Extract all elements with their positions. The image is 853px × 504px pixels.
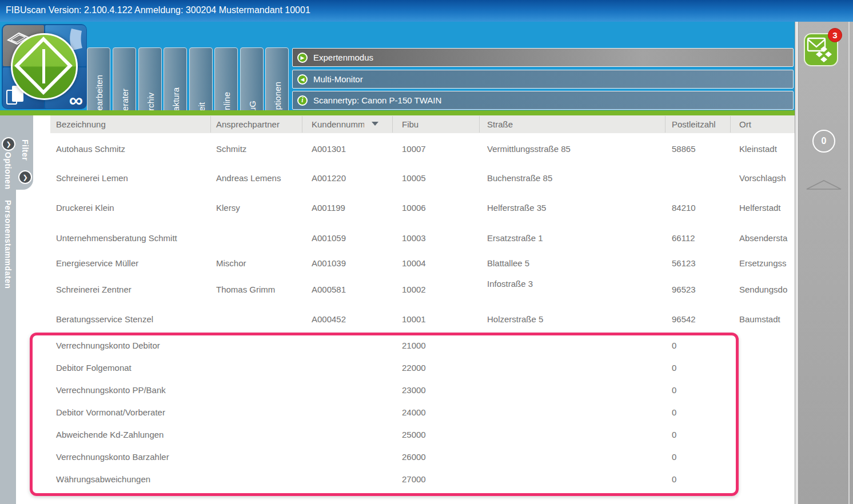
info-icon: i xyxy=(297,95,308,106)
cell-bezeichnung: Druckerei Klein xyxy=(56,203,114,213)
cell-ansprechpartner: Andreas Lemens xyxy=(216,173,281,183)
cell-strasse: Buchenstraße 85 xyxy=(487,173,552,183)
highlight-box xyxy=(30,333,739,496)
cell-bezeichnung: Schreinerei Lemen xyxy=(56,173,128,183)
sidebar-module-label: Personenstammdaten xyxy=(3,200,13,289)
right-panel-edge xyxy=(848,22,850,504)
cell-bezeichnung: Autohaus Schmitz xyxy=(56,144,125,154)
cell-ort: Helferstadt xyxy=(739,203,781,213)
sort-descending-icon[interactable] xyxy=(372,122,378,126)
fibuscan-window: FIBUscan Version: 2.100.4.122 Anmeldung:… xyxy=(0,0,853,504)
cell-plz: 58865 xyxy=(672,144,696,154)
logo-diamond-bar xyxy=(42,49,45,83)
cell-kundennummer: A001199 xyxy=(312,203,345,213)
cell-fibu: 10005 xyxy=(402,173,426,183)
column-header-kundennummer[interactable]: Kundennummer xyxy=(312,119,364,129)
cell-kundennummer: A000452 xyxy=(312,314,346,324)
flyout-option[interactable]: i Scannertyp: Canon P-150 TWAIN xyxy=(292,91,794,110)
flyout-option-label: Expertenmodus xyxy=(313,53,373,62)
chevron-right-icon: ❯ xyxy=(6,141,11,147)
cell-fibu: 10002 xyxy=(402,285,426,294)
column-header-plz[interactable]: Postleitzahl xyxy=(672,119,716,129)
sidebar-options-label: Optionen xyxy=(3,152,13,189)
mail-badge: 3 xyxy=(828,28,842,42)
toolbar: ∞ Bearbeiten ◀ Berater ◀ Archiv ◀ Faktur… xyxy=(0,22,795,110)
flyout-option-label: Scannertyp: Canon P-150 TWAIN xyxy=(313,95,441,105)
cell-fibu: 10006 xyxy=(402,203,426,213)
cell-plz: 56123 xyxy=(672,258,696,268)
cell-bezeichnung: Unternehmensberatung Schmitt xyxy=(56,233,177,243)
filter-expand-button[interactable]: ❯ xyxy=(18,170,32,184)
infinity-icon: ∞ xyxy=(69,90,83,110)
cell-plz: 84210 xyxy=(672,203,696,213)
cell-ort: Vorschlagsh xyxy=(739,173,786,183)
cell-ort: Kleinstadt xyxy=(739,144,777,154)
cell-kundennummer: A001059 xyxy=(312,233,346,243)
column-separator xyxy=(665,116,665,133)
column-header-bezeichnung[interactable]: Bezeichnung xyxy=(56,119,106,129)
column-header-strasse[interactable]: Straße xyxy=(487,119,513,129)
cell-ort: Baumstadt xyxy=(739,314,780,324)
cell-strasse: Ersatzstraße 1 xyxy=(487,233,543,243)
cell-bezeichnung: Energieservice Müller xyxy=(56,258,138,268)
vertical-scrollbar[interactable] xyxy=(795,22,799,504)
cell-ansprechpartner: Thomas Grimm xyxy=(216,285,275,294)
cell-kundennummer: A001301 xyxy=(312,144,346,154)
title-bar: FIBUscan Version: 2.100.4.122 Anmeldung:… xyxy=(0,0,853,22)
sidebar-expand-button[interactable]: ❯ xyxy=(2,137,15,151)
cell-plz: 66112 xyxy=(672,233,695,243)
mail-badge-count: 3 xyxy=(832,30,837,40)
cell-strasse: Blattallee 5 xyxy=(487,258,529,268)
cell-fibu: 10003 xyxy=(402,233,426,243)
cell-plz: 96523 xyxy=(672,285,696,294)
flyout-option[interactable]: ◀ Multi-Monitor xyxy=(292,70,794,89)
cell-strasse: Holzerstraße 5 xyxy=(487,314,543,324)
cell-fibu: 10001 xyxy=(402,314,426,324)
cell-strasse: Helferstraße 35 xyxy=(487,203,546,213)
column-separator xyxy=(730,116,731,133)
cell-bezeichnung: Schreinerei Zentner xyxy=(56,285,131,294)
filter-tab[interactable]: Filter ❯ xyxy=(16,115,33,190)
cell-strasse: Vermittlungsstraße 85 xyxy=(487,144,571,154)
left-sidebar: ❯ Optionen Personenstammdaten xyxy=(0,115,16,504)
cell-strasse: Infostraße 3 xyxy=(487,279,533,289)
counter-badge: 0 xyxy=(812,130,835,153)
column-separator xyxy=(392,116,393,133)
cell-ort: Ersetzungss xyxy=(739,258,787,268)
cell-kundennummer: A000581 xyxy=(312,285,346,294)
play-right-icon: ▶ xyxy=(297,53,308,63)
cell-plz: 96542 xyxy=(672,314,696,324)
cell-ort: Absendersta xyxy=(739,233,787,243)
cell-fibu: 10007 xyxy=(402,144,426,154)
filter-tab-label: Filter xyxy=(21,139,30,161)
flyout-option-label: Multi-Monitor xyxy=(313,74,363,84)
chevron-right-icon: ❯ xyxy=(22,174,27,181)
fibuscan-logo[interactable]: ∞ xyxy=(2,24,87,109)
column-separator xyxy=(302,116,302,133)
flyout-option[interactable]: ▶ Expertenmodus xyxy=(292,48,794,67)
cell-kundennummer: A001039 xyxy=(312,258,346,268)
counter-value: 0 xyxy=(822,136,827,146)
cell-kundennummer: A001220 xyxy=(312,173,346,183)
window-title: FIBUscan Version: 2.100.4.122 Anmeldung:… xyxy=(6,5,310,15)
cell-fibu: 10004 xyxy=(402,258,426,268)
cell-ansprechpartner: Klersy xyxy=(216,203,240,213)
right-panel: 3 0 xyxy=(799,22,853,504)
column-header-ort[interactable]: Ort xyxy=(739,119,751,129)
cell-ansprechpartner: Schmitz xyxy=(216,144,246,154)
cell-bezeichnung: Beratungsservice Stenzel xyxy=(56,314,153,324)
collapse-up-icon[interactable] xyxy=(804,178,843,191)
cell-ansprechpartner: Mischor xyxy=(216,258,246,268)
play-left-icon: ◀ xyxy=(297,74,308,85)
cell-ort: Sendungsdo xyxy=(739,285,787,294)
column-header-fibu[interactable]: Fibu xyxy=(402,119,418,129)
column-separator xyxy=(210,116,211,133)
column-separator xyxy=(479,116,480,133)
column-header-ansprechpartner[interactable]: Ansprechpartner xyxy=(216,119,280,129)
